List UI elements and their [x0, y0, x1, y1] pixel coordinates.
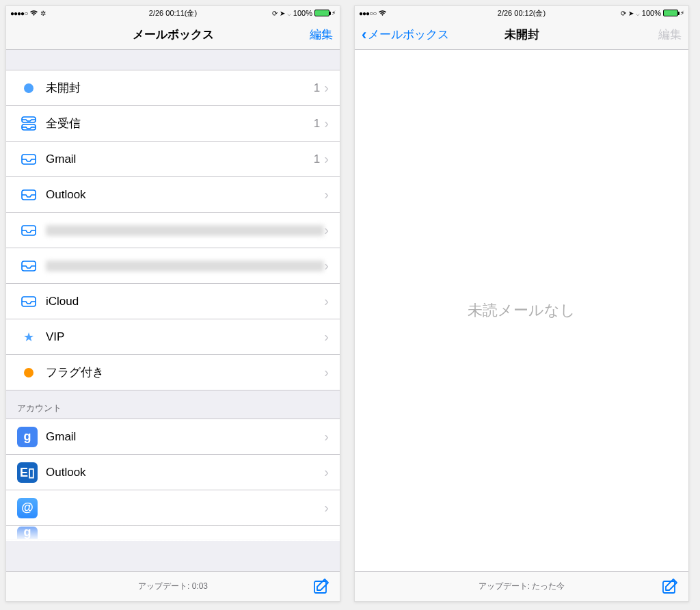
battery-icon — [314, 10, 329, 16]
chevron-right-icon: › — [324, 464, 329, 480]
mailbox-label: 全受信 — [46, 116, 314, 131]
nav-bar: メールボックス 編集 — [6, 20, 340, 50]
mailbox-label: 未開封 — [46, 80, 314, 96]
mailbox-row-outlook[interactable]: Outlook › — [6, 177, 340, 213]
page-title: メールボックス — [6, 27, 340, 42]
empty-message: 未読メールなし — [468, 300, 576, 321]
chevron-left-icon: ‹ — [362, 27, 366, 42]
edit-button[interactable]: 編集 — [310, 27, 333, 42]
exchange-app-icon: E▯ — [17, 462, 38, 483]
account-row-redacted[interactable]: @ › — [6, 490, 340, 526]
chevron-right-icon: › — [324, 116, 329, 131]
inbox-icon — [17, 153, 40, 165]
mailbox-label-redacted — [46, 225, 324, 236]
status-bar: ●●●●○ ✲ 2/26 00:11(金) ⟳ ➤ ⌵ 100% ⚡︎ — [6, 6, 340, 20]
back-button[interactable]: ‹ メールボックス — [362, 27, 449, 42]
mailbox-row-redacted[interactable]: › — [6, 248, 340, 284]
back-label: メールボックス — [368, 27, 449, 42]
status-bar: ●●●○○ 2/26 00:12(金) ⟳ ➤ ⌵ 100% ⚡︎ — [355, 6, 688, 20]
account-row-outlook[interactable]: E▯ Outlook › — [6, 455, 340, 490]
mailbox-label: Outlook — [46, 188, 324, 202]
chevron-right-icon: › — [324, 293, 329, 309]
update-status: アップデート: 0:03 — [138, 581, 208, 592]
account-row-partial[interactable]: g — [6, 526, 340, 540]
mailbox-list[interactable]: 未開封 1 › 全受信 1 › — [6, 50, 340, 571]
flagged-dot-icon — [24, 368, 33, 377]
account-row-gmail[interactable]: g Gmail › — [6, 419, 340, 455]
edit-button[interactable]: 編集 — [658, 27, 682, 42]
chevron-right-icon: › — [324, 258, 329, 274]
google-app-icon: g — [17, 427, 38, 447]
mailbox-row-redacted[interactable]: › — [6, 213, 340, 248]
chevron-right-icon: › — [324, 80, 329, 96]
google-app-icon: g — [17, 527, 38, 539]
inbox-icon — [17, 295, 40, 308]
mailbox-count: 1 — [314, 152, 320, 166]
chevron-right-icon: › — [324, 151, 329, 167]
mailbox-row-gmail[interactable]: Gmail 1 › — [6, 142, 340, 177]
mailbox-row-vip[interactable]: ★ VIP › — [6, 319, 340, 355]
mailbox-label: Gmail — [46, 152, 314, 166]
compose-button[interactable] — [312, 577, 330, 595]
phone-right: ●●●○○ 2/26 00:12(金) ⟳ ➤ ⌵ 100% ⚡︎ ‹ メールボ… — [354, 5, 689, 602]
mailbox-row-unread[interactable]: 未開封 1 › — [6, 70, 340, 106]
at-app-icon: @ — [17, 498, 38, 518]
empty-mailbox-body: 未読メールなし — [355, 50, 688, 571]
account-label: Outlook — [46, 466, 324, 479]
unread-dot-icon — [24, 83, 33, 93]
chevron-right-icon: › — [324, 222, 329, 238]
mailbox-label: iCloud — [46, 295, 324, 308]
compose-button[interactable] — [661, 577, 679, 595]
chevron-right-icon: › — [324, 329, 329, 345]
status-time: 2/26 00:11(金) — [6, 8, 340, 18]
all-inboxes-icon — [17, 116, 40, 131]
accounts-header: アカウント — [6, 390, 340, 419]
inbox-icon — [17, 224, 40, 237]
toolbar: アップデート: 0:03 — [6, 571, 340, 601]
update-status: アップデート: たった今 — [479, 581, 565, 592]
inbox-icon — [17, 260, 40, 272]
mailbox-count: 1 — [314, 81, 320, 95]
inbox-icon — [17, 189, 40, 201]
vip-star-icon: ★ — [23, 330, 34, 345]
mailbox-row-all-inboxes[interactable]: 全受信 1 › — [6, 106, 340, 142]
mailbox-row-flagged[interactable]: フラグ付き › — [6, 355, 340, 390]
chevron-right-icon: › — [324, 500, 329, 516]
chevron-right-icon: › — [324, 187, 329, 202]
chevron-right-icon: › — [324, 429, 329, 445]
mailbox-label-redacted — [46, 261, 324, 271]
mailbox-count: 1 — [314, 117, 320, 131]
status-time: 2/26 00:12(金) — [355, 8, 688, 18]
mailbox-row-icloud[interactable]: iCloud › — [6, 284, 340, 319]
chevron-right-icon: › — [324, 364, 329, 380]
toolbar: アップデート: たった今 — [355, 571, 688, 601]
mailbox-label: フラグ付き — [46, 364, 324, 380]
mailbox-label: VIP — [46, 330, 324, 344]
account-label: Gmail — [46, 430, 324, 444]
nav-bar: ‹ メールボックス 未開封 編集 — [355, 20, 688, 50]
phone-left: ●●●●○ ✲ 2/26 00:11(金) ⟳ ➤ ⌵ 100% ⚡︎ メールボ… — [5, 5, 340, 602]
battery-icon — [663, 10, 678, 16]
